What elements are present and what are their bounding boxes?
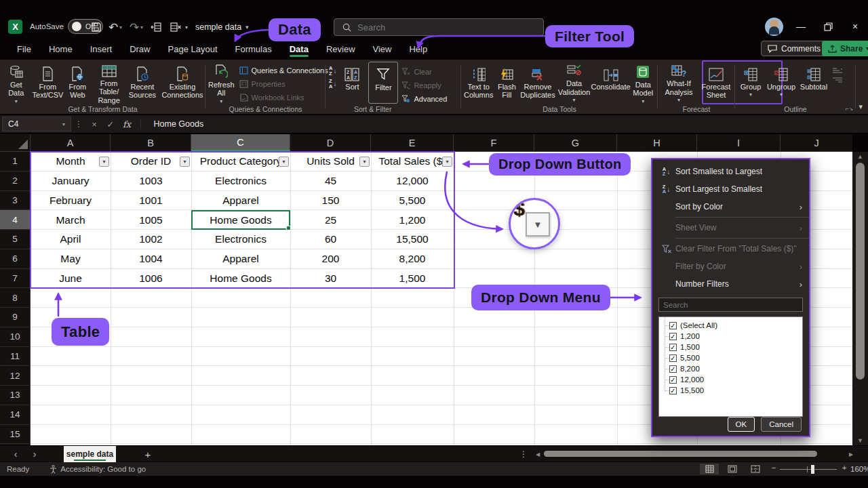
- comments-button[interactable]: Comments: [761, 41, 827, 56]
- from-web-button[interactable]: From Web: [64, 62, 90, 104]
- row-header-6[interactable]: 6: [0, 249, 31, 269]
- properties-button[interactable]: Properties: [237, 78, 330, 90]
- minimize-button[interactable]: —: [792, 18, 810, 35]
- advanced-filter-button[interactable]: Advanced: [399, 93, 449, 105]
- insert-function-icon[interactable]: fx: [119, 119, 135, 129]
- tab-options-icon[interactable]: ⋮: [519, 446, 528, 462]
- cell[interactable]: 1006: [111, 269, 191, 289]
- cell[interactable]: 60: [290, 230, 371, 249]
- filter-dropdown-button[interactable]: ▾: [279, 157, 289, 167]
- flash-fill-button[interactable]: Flash Fill: [494, 62, 519, 104]
- ungroup-button[interactable]: Ungroup▾: [765, 62, 797, 104]
- normal-view-button[interactable]: [700, 464, 719, 474]
- row-header-9[interactable]: 9: [0, 308, 31, 327]
- menu-item-filter-by-color[interactable]: Filter by Color ›: [652, 258, 809, 275]
- tab-page-layout[interactable]: Page Layout: [159, 41, 226, 59]
- cell[interactable]: 30: [290, 269, 371, 289]
- sort-descending-button[interactable]: ZA↓: [329, 79, 336, 89]
- undo-dropdown-icon[interactable]: ▾: [117, 19, 125, 35]
- filter-value-item[interactable]: ✓5,500: [660, 352, 801, 363]
- row-header-11[interactable]: 11: [0, 347, 31, 367]
- group-button[interactable]: Group▾: [736, 62, 765, 104]
- accessibility-status[interactable]: Accessibility: Good to go: [50, 465, 146, 474]
- what-if-analysis-button[interactable]: ? What-If Analysis▾: [659, 62, 698, 104]
- tab-view[interactable]: View: [364, 41, 401, 59]
- prev-sheet-icon[interactable]: ‹: [7, 446, 24, 462]
- filter-value-item[interactable]: ✓15,500: [660, 385, 801, 396]
- horizontal-scroll-thumb[interactable]: [544, 451, 817, 457]
- cell[interactable]: April: [31, 230, 111, 249]
- menu-item-sheet-view[interactable]: Sheet View ›: [652, 219, 809, 237]
- subtotal-button[interactable]: Subtotal: [797, 62, 830, 104]
- filter-dropdown-button-total-sales[interactable]: ▾: [442, 157, 452, 167]
- cell[interactable]: May: [31, 249, 111, 269]
- filter-dropdown-button[interactable]: ▾: [359, 157, 370, 167]
- row-header-2[interactable]: 2: [0, 171, 31, 191]
- consolidate-button[interactable]: Consolidate: [592, 62, 630, 104]
- page-layout-view-button[interactable]: [723, 464, 742, 474]
- select-all-corner[interactable]: [0, 134, 31, 151]
- data-model-button[interactable]: Data Model▾: [630, 62, 656, 104]
- share-button[interactable]: Share ▾: [822, 41, 868, 56]
- cell[interactable]: March: [31, 210, 111, 230]
- column-header-b[interactable]: B: [111, 134, 191, 151]
- row-header-7[interactable]: 7: [0, 269, 31, 289]
- filter-search-input[interactable]: [663, 301, 798, 309]
- cell[interactable]: Home Goods: [191, 269, 290, 289]
- confirm-entry-icon[interactable]: ✓: [102, 119, 119, 129]
- search-box[interactable]: [334, 18, 544, 36]
- filter-dropdown-button[interactable]: ▾: [180, 157, 190, 167]
- cell[interactable]: February: [31, 191, 111, 211]
- page-break-view-button[interactable]: [746, 464, 765, 474]
- tab-file[interactable]: File: [8, 41, 40, 59]
- quick-access-icon-1[interactable]: [148, 19, 164, 35]
- queries-connections-button[interactable]: Queries & Connections: [237, 64, 330, 77]
- row-header-15[interactable]: 15: [0, 425, 31, 445]
- cancel-entry-icon[interactable]: ×: [86, 119, 102, 129]
- filter-value-item[interactable]: ✓1,500: [660, 342, 801, 352]
- column-header-f[interactable]: F: [454, 134, 534, 151]
- column-header-h[interactable]: H: [617, 134, 697, 151]
- column-header-i[interactable]: I: [697, 134, 781, 151]
- tab-insert[interactable]: Insert: [81, 41, 121, 59]
- menu-item-clear-filter[interactable]: Clear Filter From "Total Sales ($)": [652, 240, 809, 258]
- cell[interactable]: 1002: [111, 230, 191, 249]
- zoom-in-icon[interactable]: +: [840, 464, 849, 472]
- tab-formulas[interactable]: Formulas: [226, 41, 281, 59]
- zoom-level[interactable]: 160%: [850, 465, 868, 473]
- zoom-out-icon[interactable]: −: [769, 464, 778, 472]
- vertical-scrollbar[interactable]: ▲ ▼: [852, 152, 868, 445]
- sort-button[interactable]: ZAAZ Sort: [338, 62, 366, 104]
- cell[interactable]: 1,500: [371, 269, 454, 289]
- cell[interactable]: 1005: [111, 210, 191, 230]
- cancel-button[interactable]: Cancel: [761, 417, 802, 432]
- cell[interactable]: Apparel: [191, 249, 290, 269]
- avatar[interactable]: [765, 18, 783, 36]
- cell[interactable]: 8,200: [371, 249, 454, 269]
- row-header-14[interactable]: 14: [0, 405, 31, 425]
- cell[interactable]: 1003: [111, 171, 191, 191]
- close-button[interactable]: ×: [846, 18, 864, 35]
- row-header-5[interactable]: 5: [0, 230, 31, 249]
- cell[interactable]: June: [31, 269, 111, 289]
- menu-item-sort-largest[interactable]: ZA↓ Sort Largest to Smallest: [652, 180, 809, 198]
- name-box[interactable]: C4 ▾: [2, 117, 71, 131]
- tab-help[interactable]: Help: [400, 41, 436, 59]
- filter-value-item[interactable]: ✓8,200: [660, 363, 801, 374]
- recent-sources-button[interactable]: Recent Sources: [127, 62, 157, 104]
- column-header-g[interactable]: G: [534, 134, 617, 151]
- column-header-d[interactable]: D: [290, 134, 371, 151]
- menu-item-sort-by-color[interactable]: Sort by Color ›: [652, 198, 809, 216]
- cell[interactable]: 1,200: [371, 210, 454, 230]
- save-icon[interactable]: [88, 19, 104, 35]
- from-text-csv-button[interactable]: From Text/CSV: [31, 62, 65, 104]
- cell[interactable]: 15,500: [371, 230, 454, 249]
- row-header-3[interactable]: 3: [0, 191, 31, 211]
- clear-filter-button[interactable]: Clear: [399, 66, 449, 78]
- forecast-sheet-button[interactable]: Forecast Sheet: [698, 62, 734, 104]
- qat-overflow-icon[interactable]: ▾: [182, 19, 191, 35]
- existing-connections-button[interactable]: Existing Connections: [161, 62, 204, 104]
- workbook-title[interactable]: semple data ▾: [195, 22, 249, 32]
- zoom-slider-track[interactable]: [780, 469, 837, 470]
- sort-ascending-button[interactable]: AZ↓: [329, 66, 336, 76]
